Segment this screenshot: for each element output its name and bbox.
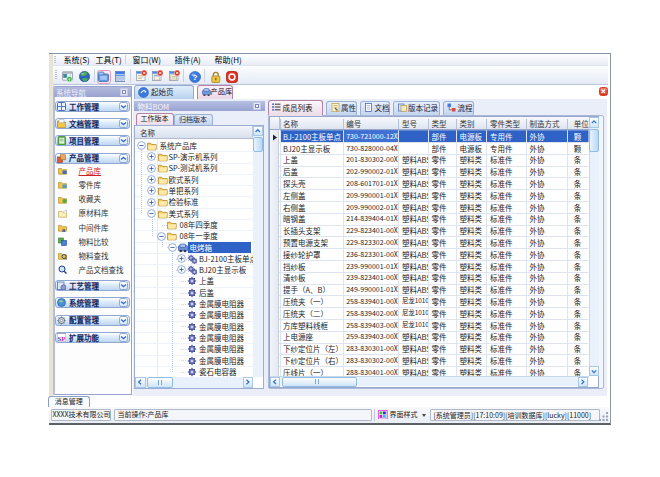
svg-text:?: ?	[192, 73, 197, 82]
svg-text:SP: SP	[58, 334, 67, 341]
